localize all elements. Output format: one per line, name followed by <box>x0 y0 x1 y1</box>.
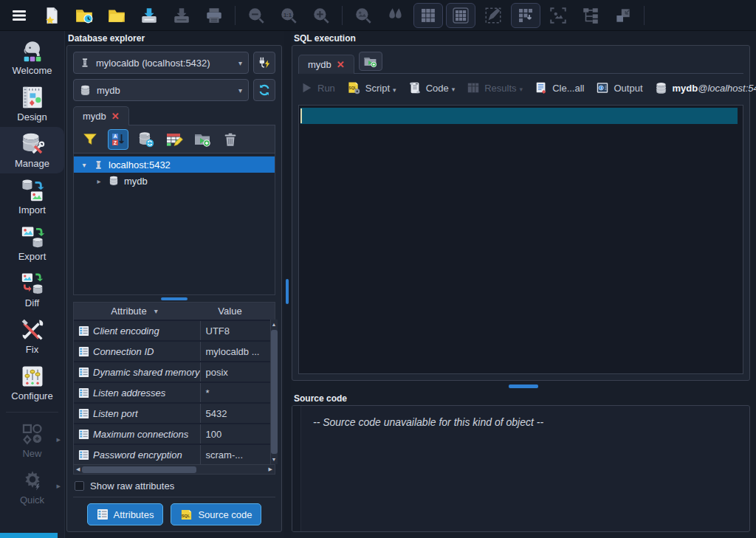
sidebar-item-welcome[interactable]: Welcome <box>0 34 64 80</box>
connection-status: mydb@localhost:5432 <box>655 82 756 94</box>
chevron-down-icon[interactable]: ▾ <box>452 86 456 94</box>
new-sql-tab-button[interactable] <box>359 52 382 71</box>
output-button[interactable]: i Output <box>596 81 642 94</box>
column-header-attribute[interactable]: Attribute ▾ <box>74 306 195 317</box>
checkbox-label: Show raw attributes <box>90 480 174 492</box>
sql-execution-panel: SQL execution mydb ✕ <box>291 31 756 381</box>
new-document-icon[interactable] <box>37 3 66 28</box>
open-run-folder-icon[interactable] <box>192 129 213 150</box>
run-button[interactable]: Run <box>300 81 335 94</box>
sort-icon[interactable]: AZ <box>108 129 128 150</box>
scroll-up-icon[interactable]: ▲ <box>272 320 277 329</box>
splitter-handle[interactable] <box>286 279 289 304</box>
script-button[interactable]: SQL Script ▾ <box>347 81 396 95</box>
sidebar-item-label: New <box>22 448 41 459</box>
table-row[interactable]: Client encoding UTF8 <box>74 321 270 340</box>
sidebar-item-quick[interactable]: Quick ▸ <box>0 463 64 510</box>
sidebar-item-import[interactable]: Import <box>0 173 64 220</box>
attributes-button[interactable]: Attributes <box>87 503 164 525</box>
table-row[interactable]: Password encryption scram-... <box>74 445 270 464</box>
table-row[interactable]: Listen addresses * <box>74 383 270 402</box>
sidebar-item-label: Export <box>18 251 47 262</box>
source-code-button[interactable]: SQL Source code <box>171 503 261 525</box>
attribute-name: Password encryption <box>93 449 200 461</box>
open-folder-icon[interactable] <box>102 3 131 28</box>
column-header-value[interactable]: Value <box>195 306 265 317</box>
clear-all-button[interactable]: Cle...all <box>535 81 584 94</box>
print-icon <box>199 3 229 28</box>
tab-mydb[interactable]: mydb ✕ <box>73 106 129 125</box>
scroll-down-icon[interactable]: ▼ <box>272 455 277 464</box>
sidebar-item-diff[interactable]: Diff <box>0 266 64 313</box>
toolbar-separator <box>235 6 236 25</box>
show-raw-attributes-row[interactable]: Show raw attributes <box>73 475 275 497</box>
menu-icon[interactable] <box>4 3 34 28</box>
vertical-splitter[interactable] <box>284 31 291 538</box>
database-icon <box>109 176 119 186</box>
table-row[interactable]: Dynamic shared memory posix <box>74 362 270 382</box>
splitter-handle[interactable] <box>161 297 188 300</box>
scrollbar-thumb[interactable] <box>271 330 278 454</box>
splitter-handle[interactable] <box>509 384 538 388</box>
merge-shapes-icon <box>608 3 638 28</box>
table-row[interactable]: Maximum connections 100 <box>74 424 270 444</box>
attribute-value: mylocaldb ... <box>200 342 270 361</box>
connect-button[interactable] <box>253 52 275 74</box>
refresh-database-icon[interactable] <box>136 129 157 150</box>
sidebar-item-configure[interactable]: Configure <box>0 359 64 406</box>
horizontal-splitter[interactable] <box>291 381 756 391</box>
scroll-right-icon[interactable]: ▶ <box>267 466 275 472</box>
application-window: 1:1 <box>0 0 756 538</box>
tab-mydb[interactable]: mydb ✕ <box>298 55 354 74</box>
table-row[interactable]: Connection ID mylocaldb ... <box>74 342 270 361</box>
diagram-layout-icon <box>576 3 605 28</box>
edit-table-icon[interactable] <box>164 129 185 150</box>
code-button[interactable]: Code ▾ <box>408 81 456 94</box>
horizontal-scrollbar[interactable]: ◀ ▶ <box>74 464 275 474</box>
sql-editor[interactable] <box>298 105 743 374</box>
fit-selection-icon <box>543 3 573 28</box>
open-recent-icon[interactable] <box>69 3 99 28</box>
scrollbar-thumb[interactable] <box>82 466 196 473</box>
sql-execution-body: mydb ✕ Run SQL <box>292 45 750 381</box>
grid-view-alt-icon[interactable] <box>446 3 475 28</box>
tree-item-mydb[interactable]: ▸ mydb <box>74 173 275 189</box>
table-row[interactable]: Listen port 5432 <box>74 404 270 423</box>
grid-action-icon[interactable] <box>511 3 540 28</box>
plug-lightning-icon <box>258 56 271 69</box>
configure-icon <box>20 364 45 389</box>
tree-item-server[interactable]: ▾ localhost:5432 <box>74 156 275 173</box>
close-icon[interactable]: ✕ <box>337 59 345 70</box>
tab-label: mydb <box>83 111 106 122</box>
save-icon[interactable] <box>134 3 164 28</box>
sidebar-item-fix[interactable]: Fix <box>0 313 64 359</box>
vertical-scrollbar[interactable]: ▲ ▼ <box>270 320 278 464</box>
sidebar: Welcome Design Manage Import Export Diff <box>0 31 65 538</box>
attribute-name: Listen addresses <box>93 387 200 399</box>
sidebar-item-manage[interactable]: Manage <box>0 127 64 173</box>
results-button[interactable]: Results ▾ <box>467 81 523 94</box>
source-code-body[interactable]: -- Source code unavailable for this kind… <box>292 405 750 532</box>
sidebar-item-export[interactable]: Export <box>0 220 64 266</box>
expander-collapsed-icon[interactable]: ▸ <box>94 177 103 185</box>
sidebar-item-new[interactable]: New ▸ <box>0 417 64 463</box>
chevron-down-icon: ▾ <box>238 59 242 67</box>
refresh-button[interactable] <box>253 79 275 101</box>
grid-view-icon[interactable] <box>413 3 443 28</box>
expander-expanded-icon[interactable]: ▾ <box>80 161 89 169</box>
scroll-left-icon[interactable]: ◀ <box>74 466 82 472</box>
filter-icon[interactable] <box>80 129 100 150</box>
connection-select[interactable]: mylocaldb (localhost:5432) ▾ <box>73 52 249 74</box>
sidebar-item-design[interactable]: Design <box>0 80 64 127</box>
show-raw-attributes-checkbox[interactable] <box>75 481 84 491</box>
close-icon[interactable]: ✕ <box>111 111 120 122</box>
chevron-down-icon[interactable]: ▾ <box>520 86 523 94</box>
tree-table-splitter[interactable] <box>73 295 275 302</box>
chevron-down-icon[interactable]: ▾ <box>393 86 396 95</box>
database-select[interactable]: mydb ▾ <box>73 79 249 101</box>
sidebar-divider <box>6 412 58 413</box>
button-label: Code <box>426 83 449 94</box>
attributes-table: Attribute ▾ Value Client encoding UTF8 <box>73 302 275 475</box>
delete-icon[interactable] <box>220 129 241 150</box>
attribute-icon <box>74 408 93 419</box>
